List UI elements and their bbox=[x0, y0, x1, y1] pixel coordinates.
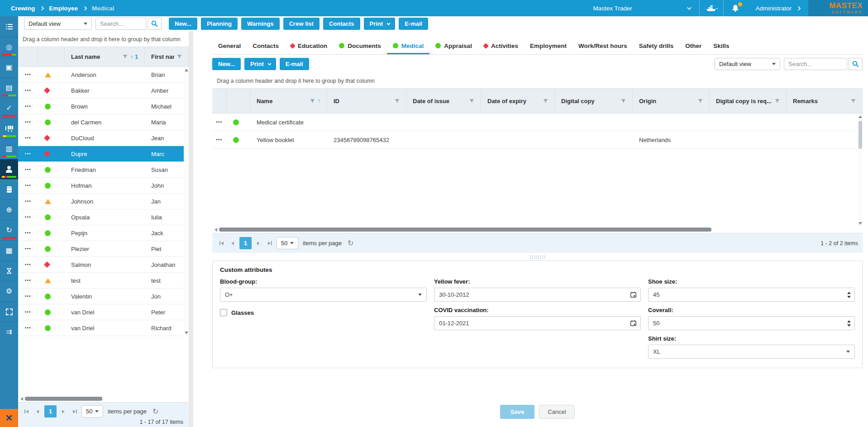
last-page-button[interactable] bbox=[265, 238, 274, 248]
employee-row-hofman-john[interactable]: •••HofmanJohn bbox=[18, 178, 189, 194]
tab-education[interactable]: Education bbox=[285, 38, 333, 54]
employee-row-del-carmen-maria[interactable]: •••del CarmenMaria bbox=[18, 114, 189, 130]
scroll-down-arrow[interactable] bbox=[858, 222, 862, 225]
horizontal-scrollbar[interactable] bbox=[19, 396, 187, 402]
refresh-icon[interactable]: ↻ bbox=[348, 239, 353, 247]
refresh-icon[interactable]: ↻ bbox=[153, 407, 158, 416]
column-header-remarks[interactable]: Remarks bbox=[787, 89, 863, 113]
column-header-first-name[interactable]: First name bbox=[145, 47, 189, 66]
filter-funnel-icon[interactable] bbox=[621, 99, 626, 104]
row-menu-button[interactable]: ••• bbox=[18, 262, 38, 267]
mastex-logo-square[interactable]: ✕ bbox=[0, 409, 18, 427]
sidebar-item-fullscreen[interactable] bbox=[0, 301, 18, 322]
stepper-up-icon[interactable] bbox=[847, 320, 851, 323]
sidebar-item-crewing[interactable] bbox=[0, 159, 18, 179]
employee-row-ducloud-jean[interactable]: •••DuCloudJean bbox=[18, 130, 189, 146]
calendar-picker-button[interactable] bbox=[626, 317, 640, 330]
cancel-button[interactable]: Cancel bbox=[539, 405, 574, 419]
row-menu-button[interactable]: ••• bbox=[18, 215, 38, 219]
employee-search-input[interactable] bbox=[95, 18, 146, 30]
filter-funnel-icon[interactable] bbox=[775, 99, 780, 104]
horizontal-scrollbar[interactable] bbox=[214, 227, 861, 233]
coverall-input[interactable]: 50 bbox=[648, 316, 855, 330]
notifications-button[interactable] bbox=[724, 0, 747, 16]
employee-row-salmon-jonathan[interactable]: •••SalmonJonathan bbox=[18, 257, 189, 273]
employee-row-johnson-jan[interactable]: •••JohnsonJan bbox=[18, 194, 189, 209]
column-header-digital-copy[interactable]: Digital copy bbox=[555, 89, 633, 113]
current-page[interactable]: 1 bbox=[239, 237, 252, 249]
vessel-icon-button[interactable] bbox=[700, 0, 723, 16]
row-menu-button[interactable]: ••• bbox=[18, 231, 38, 235]
row-menu-button[interactable]: ••• bbox=[212, 138, 226, 142]
sidebar-item-overview[interactable] bbox=[0, 16, 18, 37]
first-page-button[interactable] bbox=[22, 407, 31, 417]
tab-skills[interactable]: Skills bbox=[707, 38, 735, 54]
row-menu-button[interactable]: ••• bbox=[18, 294, 38, 299]
filter-funnel-icon[interactable] bbox=[851, 99, 856, 104]
scrollbar-thumb[interactable] bbox=[25, 397, 102, 401]
employee-row-opsala-iulia[interactable]: •••OpsalaIulia bbox=[18, 209, 189, 225]
print-button[interactable]: Print bbox=[364, 18, 396, 30]
first-page-button[interactable] bbox=[217, 238, 226, 248]
row-menu-button[interactable]: ••• bbox=[18, 183, 38, 188]
employee-row-friedman-susan[interactable]: •••FriedmanSusan bbox=[18, 162, 189, 178]
tab-activities[interactable]: Activities bbox=[478, 38, 524, 54]
sidebar-item-fuel[interactable] bbox=[0, 179, 18, 199]
blood-group-select[interactable]: O+ bbox=[220, 288, 427, 302]
prev-page-button[interactable] bbox=[33, 407, 42, 417]
scroll-down-arrow[interactable] bbox=[185, 332, 188, 334]
tab-employment[interactable]: Employment bbox=[524, 38, 572, 54]
number-stepper[interactable] bbox=[844, 288, 854, 301]
sidebar-item-finance[interactable]: ◎ bbox=[0, 37, 18, 57]
column-header-name[interactable]: Name↑ bbox=[250, 89, 327, 113]
medical-search-button[interactable] bbox=[849, 58, 863, 70]
employee-row-van-driel-richard[interactable]: •••van DrielRichard bbox=[18, 320, 189, 336]
medical-email-button[interactable]: E-mail bbox=[280, 58, 309, 70]
row-menu-button[interactable]: ••• bbox=[18, 247, 38, 251]
employee-row-brown-michael[interactable]: •••BrownMichael bbox=[18, 99, 189, 114]
new-button[interactable]: New... bbox=[169, 18, 197, 30]
vertical-scrollbar[interactable] bbox=[858, 114, 863, 227]
filter-funnel-icon[interactable] bbox=[123, 54, 128, 59]
current-page[interactable]: 1 bbox=[44, 405, 57, 418]
employee-view-select[interactable]: Default view bbox=[24, 18, 92, 30]
tab-documents[interactable]: Documents bbox=[333, 38, 387, 54]
medical-new-button[interactable]: New... bbox=[212, 58, 241, 70]
sidebar-item-safety[interactable]: ✓ bbox=[0, 98, 18, 118]
medical-row-medical-certificate[interactable]: •••Medical certificate bbox=[212, 114, 863, 131]
tab-medical[interactable]: Medical bbox=[387, 38, 430, 54]
sidebar-item-safe[interactable]: ▣ bbox=[0, 57, 18, 77]
tab-general[interactable]: General bbox=[212, 38, 247, 54]
row-menu-button[interactable]: ••• bbox=[18, 167, 38, 172]
row-menu-button[interactable]: ••• bbox=[18, 326, 38, 330]
row-menu-button[interactable]: ••• bbox=[18, 199, 38, 204]
row-menu-button[interactable]: ••• bbox=[212, 120, 226, 124]
employee-row-anderson-brian[interactable]: •••AndersonBrian bbox=[18, 67, 189, 83]
sidebar-item-workflow[interactable]: ⇉ bbox=[0, 322, 18, 342]
scroll-up-arrow[interactable] bbox=[858, 115, 862, 118]
tab-safety-drills[interactable]: Safety drills bbox=[633, 38, 680, 54]
last-page-button[interactable] bbox=[70, 407, 79, 417]
email-button[interactable]: E-mail bbox=[399, 18, 428, 30]
employee-row-bakker-amber[interactable]: •••BakkerAmber bbox=[18, 83, 189, 99]
row-menu-button[interactable]: ••• bbox=[18, 72, 38, 77]
sidebar-item-documents[interactable]: ▥ bbox=[0, 138, 18, 159]
medical-print-button[interactable]: Print bbox=[244, 58, 276, 70]
filter-funnel-icon[interactable] bbox=[177, 54, 182, 59]
save-button[interactable]: Save bbox=[500, 405, 534, 419]
crew-list-button[interactable]: Crew list bbox=[283, 18, 320, 30]
medical-search-input[interactable] bbox=[784, 58, 847, 70]
scrollbar-thumb[interactable] bbox=[219, 228, 711, 232]
row-menu-button[interactable]: ••• bbox=[18, 136, 38, 140]
page-size-select[interactable]: 50 bbox=[277, 237, 298, 249]
sidebar-item-settings[interactable]: ⚙ bbox=[0, 281, 18, 301]
sidebar-item-planning[interactable]: ▦ bbox=[0, 240, 18, 261]
glasses-checkbox[interactable] bbox=[220, 309, 227, 316]
sidebar-item-certificates[interactable]: ▤ bbox=[0, 77, 18, 98]
scroll-up-arrow[interactable] bbox=[185, 69, 188, 71]
warnings-button[interactable]: Warnings bbox=[241, 18, 280, 30]
vessel-selector[interactable]: Mastex Trader bbox=[584, 0, 699, 16]
panel-splitter[interactable] bbox=[212, 253, 863, 261]
filter-funnel-icon[interactable] bbox=[543, 99, 548, 104]
sidebar-item-purchase[interactable] bbox=[0, 118, 18, 138]
